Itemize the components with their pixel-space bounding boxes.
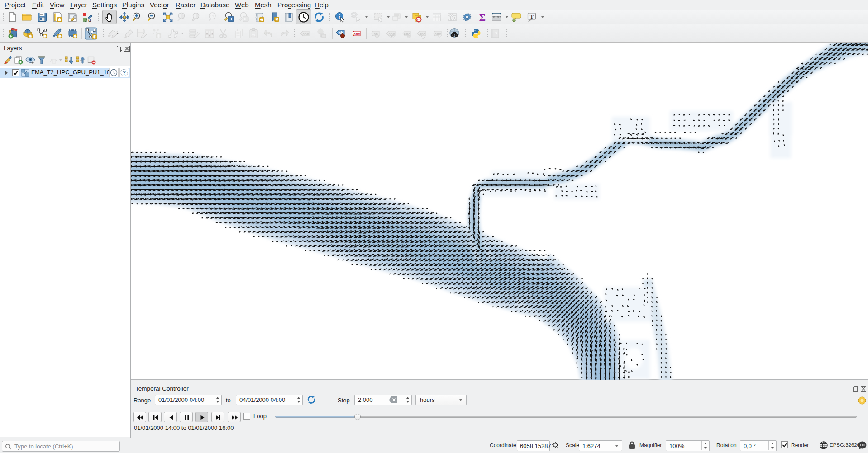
svg-text:abc: abc	[303, 32, 309, 36]
svg-text:?: ?	[495, 31, 498, 37]
svg-text:1:1: 1:1	[210, 14, 215, 18]
svg-text:Σ: Σ	[479, 12, 486, 23]
svg-text:abc: abc	[354, 32, 360, 36]
svg-text:T: T	[530, 14, 534, 20]
svg-text:a: a	[88, 18, 91, 23]
svg-text:?: ?	[123, 70, 126, 76]
